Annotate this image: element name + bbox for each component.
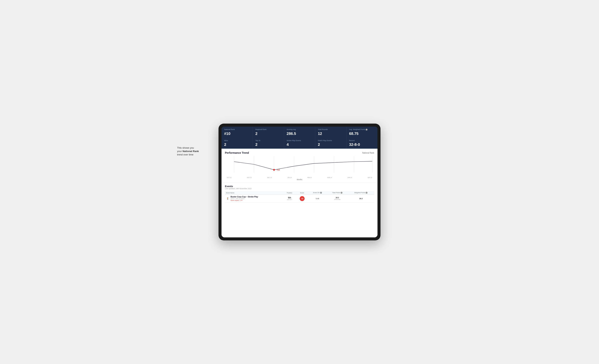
stat-total-rounds-label: Total Rounds [318, 128, 344, 131]
stat-scoring-avg-value: 286.5 [287, 132, 312, 136]
stat-record-value: 32-8-0 [349, 142, 375, 147]
stat-top3s: Top 3s 2 [253, 138, 284, 149]
event-position-sub: out of 7 [284, 199, 295, 200]
table-row: 🏌 Buster Cozy Cup – Stroke Play Oct 9 – … [225, 195, 374, 203]
rank-impact: Rank Impact: 3 ▼ [230, 200, 258, 201]
event-position: 6th out of 7 [283, 195, 296, 203]
content-area: National Rank #10 Regional Rank 2 Scorin… [221, 127, 378, 237]
performance-legend: National Rank [362, 152, 374, 154]
event-position-main: 6th [284, 196, 295, 199]
chart-x-label-may24: MAY 24 [368, 177, 372, 178]
annotation: This shows you your National Rank trend … [177, 146, 215, 157]
event-name-wrapper: 🏌 Buster Cozy Cup – Stroke Play Oct 9 – … [226, 196, 282, 201]
event-info: Buster Cozy Cup – Stroke Play Oct 9 – Oc… [230, 196, 258, 201]
table-header-row: Event Name Position Score Event SG i Tot… [225, 191, 374, 195]
info-icon-total-points: i [341, 192, 343, 194]
rank-impact-label: Rank Impact: 3 [230, 200, 241, 201]
stat-wins-label: Wins [224, 140, 250, 142]
stat-avg-weighted-points-label: Avg. Weighted Points i [349, 128, 375, 131]
col-score: Score [296, 191, 308, 195]
stat-top3s-value: 2 [255, 142, 281, 147]
performance-section: Performance Trend National Rank [221, 149, 378, 183]
stat-total-rounds-value: 12 [318, 132, 344, 136]
chart-x-label-nov23: NOV 23 [247, 177, 252, 178]
annotation-line1: This shows you [177, 146, 194, 149]
stats-row-2: Wins 2 Top 3s 2 Stroke Play Events 4 Mat… [221, 138, 378, 149]
annotation-line3: trend over time [177, 153, 194, 156]
stat-regional-rank-value: 2 [255, 132, 281, 136]
events-title: Events [225, 185, 374, 188]
stat-wins: Wins 2 [221, 138, 253, 149]
rank-impact-arrow: ▼ [241, 200, 243, 201]
chart-x-label-feb24: FEB 24 [307, 177, 312, 178]
stat-stroke-play-label: Stroke Play Events [287, 140, 312, 142]
chart-x-labels: OCT 23 NOV 23 DEC 23 JAN 24 FEB 24 MAR 2… [225, 177, 374, 178]
stat-match-play-value: 2 [318, 142, 344, 147]
score-badge: -22 [300, 196, 305, 201]
stat-match-play-label: Match Play Events [318, 140, 344, 142]
col-event-sg: Event SG i [308, 191, 327, 195]
stat-total-rounds: Total Rounds 12 [315, 127, 346, 138]
total-points-value: 28.3 [328, 197, 347, 199]
event-weighted-points: 28.3 [348, 195, 374, 203]
stat-match-play: Match Play Events 2 [315, 138, 346, 149]
chart-x-label-oct23: OCT 23 [227, 177, 231, 178]
chart-point-dec23 [273, 169, 275, 171]
stat-national-rank-label: National Rank [224, 128, 250, 131]
chart-x-label-dec23: DEC 23 [267, 177, 272, 178]
stats-row-1: National Rank #10 Regional Rank 2 Scorin… [221, 127, 378, 138]
event-score-cell: -22 [296, 195, 308, 203]
stat-avg-weighted-points: Avg. Weighted Points i 68.75 [346, 127, 378, 138]
chart-container: #10 [225, 156, 374, 177]
chart-x-title: Months [225, 179, 374, 180]
col-position: Position [283, 191, 296, 195]
col-weighted-points: Weighted Points i [348, 191, 374, 195]
stat-top3s-label: Top 3s [255, 140, 281, 142]
performance-title: Performance Trend [225, 151, 249, 154]
stat-wins-value: 2 [224, 142, 250, 147]
tablet-screen: National Rank #10 Regional Rank 2 Scorin… [221, 127, 378, 237]
chart-x-label-jan24: JAN 24 [287, 177, 292, 178]
stat-record-label: Record [349, 140, 375, 142]
stat-scoring-avg-label: Scoring Avg. [287, 128, 312, 131]
stat-stroke-play-value: 4 [287, 142, 312, 147]
col-total-points: Total Points i [327, 191, 348, 195]
stat-national-rank-value: #10 [224, 132, 250, 136]
event-date: Oct 9 – Oct 10, 2023 [230, 198, 258, 200]
stat-record: Record 32-8-0 [346, 138, 378, 149]
tablet-frame: National Rank #10 Regional Rank 2 Scorin… [219, 124, 380, 240]
chart-x-label-apr24: APR 24 [348, 177, 352, 178]
chart-svg: #10 [225, 156, 374, 177]
annotation-bold: National Rank [183, 150, 199, 153]
stat-national-rank: National Rank #10 [221, 127, 253, 138]
col-event-name: Event Name [225, 191, 283, 195]
event-sg: 0.45 [308, 195, 327, 203]
event-icon-golfer: 🏌 [226, 197, 229, 200]
info-icon-event-sg: i [320, 192, 322, 194]
chart-x-label-mar24: MAR 24 [327, 177, 332, 178]
stat-stroke-play: Stroke Play Events 4 [284, 138, 315, 149]
info-icon-avg-weighted: i [366, 129, 368, 131]
chart-label-rank: #10 [277, 169, 280, 171]
performance-header: Performance Trend National Rank [225, 151, 374, 154]
stat-regional-rank-label: Regional Rank [255, 128, 281, 131]
event-name-cell: 🏌 Buster Cozy Cup – Stroke Play Oct 9 – … [225, 195, 283, 203]
total-rounds-value: 3 Rounds [328, 199, 347, 200]
events-last-updated: Last updated: 24th November 2023 [225, 188, 374, 189]
stat-regional-rank: Regional Rank 2 [253, 127, 284, 138]
event-name-main: Buster Cozy Cup – Stroke Play [230, 196, 258, 198]
stat-avg-weighted-points-value: 68.75 [349, 132, 375, 136]
stat-scoring-avg: Scoring Avg. 286.5 [284, 127, 315, 138]
events-table: Event Name Position Score Event SG i Tot… [225, 191, 374, 203]
info-icon-weighted-points: i [366, 192, 368, 194]
events-section: Events Last updated: 24th November 2023 … [221, 183, 378, 237]
annotation-line2: your [177, 150, 183, 153]
event-total-points: 28.3 3 Rounds [327, 195, 348, 203]
